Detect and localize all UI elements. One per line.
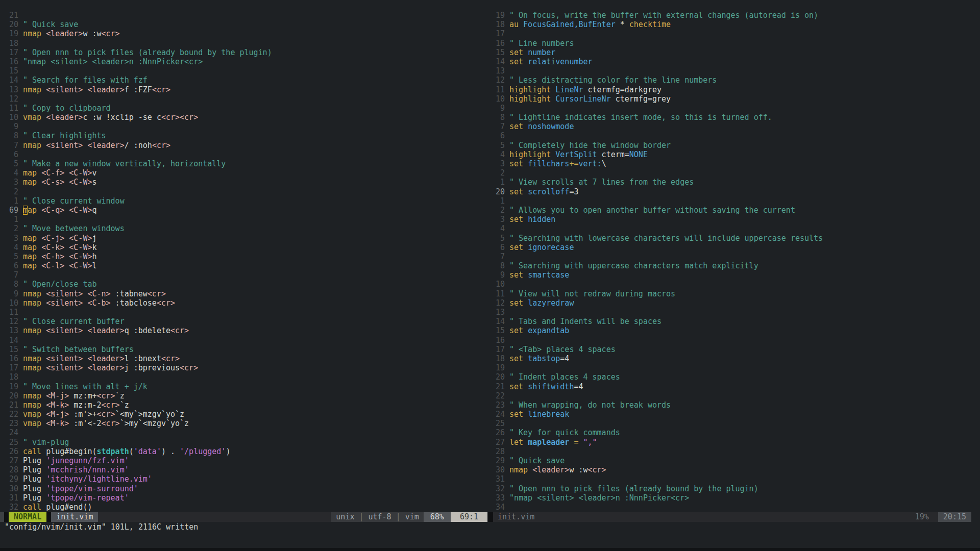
code-line: 4map <C-k> <C-W>k bbox=[5, 243, 487, 252]
code-line: 30Plug 'tpope/vim-surround' bbox=[5, 484, 487, 493]
code-text: set smartcase bbox=[509, 270, 569, 280]
code-text: " Less distracting color for the line nu… bbox=[509, 76, 717, 85]
code-text: map <C-h> <C-W>h bbox=[23, 252, 97, 261]
line-number: 19 bbox=[491, 363, 505, 372]
code-line: 9nmap <silent> <C-n> :tabnew<cr> bbox=[5, 289, 487, 298]
statusline-left-notch bbox=[0, 512, 4, 522]
code-line: 29" Quick save bbox=[491, 456, 975, 465]
line-number: 8 bbox=[5, 280, 18, 289]
code-line: 18 bbox=[5, 372, 487, 382]
code-text: " Open nnn to pick files (already bound … bbox=[509, 484, 758, 493]
code-line: 5" Searching with lowercase characters w… bbox=[491, 234, 975, 243]
code-line: 2" Allows you to open another buffer wit… bbox=[491, 206, 975, 215]
code-text: " Tabs and Indents will be spaces bbox=[509, 317, 662, 326]
line-number: 3 bbox=[5, 234, 18, 243]
code-line: 20nmap <M-j> mz:m+<cr>`z bbox=[5, 391, 487, 400]
line-number: 16 bbox=[491, 336, 505, 345]
line-number: 20 bbox=[491, 372, 505, 382]
line-number: 27 bbox=[5, 456, 18, 465]
line-number: 12 bbox=[5, 94, 18, 104]
scroll-percent-inactive: 19% bbox=[911, 512, 934, 522]
line-number: 24 bbox=[5, 428, 18, 437]
line-number: 14 bbox=[5, 76, 18, 85]
vim-terminal-screen: 2120" Quick save19nmap <leader>w :w<cr>1… bbox=[0, 0, 980, 551]
code-text: nmap <silent> <leader>q :bdelete<cr> bbox=[23, 326, 189, 335]
code-line: 14 bbox=[5, 336, 487, 345]
line-number: 15 bbox=[491, 48, 505, 57]
code-line: 15" Switch between buffers bbox=[5, 345, 487, 354]
current-line-number: 20 bbox=[491, 187, 505, 196]
editor-pane-right[interactable]: 19" On focus, write the buffer with exte… bbox=[491, 11, 975, 512]
code-text: set number bbox=[509, 48, 555, 57]
code-line: 10vmap <leader>c :w !xclip -se c<cr><cr> bbox=[5, 113, 487, 122]
code-line: 11" View will not redraw during macros bbox=[491, 289, 975, 298]
code-line: 29Plug 'itchyny/lightline.vim' bbox=[5, 474, 487, 484]
code-text: nmap <leader>w :w<cr> bbox=[509, 465, 606, 474]
code-line: 20set scrolloff=3 bbox=[491, 187, 975, 196]
code-line: 13nmap <silent> <leader>q :bdelete<cr> bbox=[5, 326, 487, 335]
line-number: 3 bbox=[5, 178, 18, 187]
line-number: 14 bbox=[491, 57, 505, 66]
code-line: 21set shiftwidth=4 bbox=[491, 382, 975, 391]
code-line: 16nmap <silent> <leader>l :bnext<cr> bbox=[5, 354, 487, 363]
editor-pane-left[interactable]: 2120" Quick save19nmap <leader>w :w<cr>1… bbox=[5, 11, 487, 512]
line-number: 8 bbox=[491, 113, 505, 122]
line-number: 1 bbox=[491, 178, 505, 187]
code-line: 3set hidden bbox=[491, 215, 975, 224]
code-text: " When wrapping, do not break words bbox=[509, 400, 671, 410]
line-number: 25 bbox=[491, 419, 505, 428]
line-number: 14 bbox=[491, 317, 505, 326]
code-text: " Switch between buffers bbox=[23, 345, 134, 354]
line-number: 26 bbox=[491, 428, 505, 437]
code-line: 7 bbox=[5, 270, 487, 280]
line-number: 9 bbox=[5, 122, 18, 131]
code-text: " Key for quick commands bbox=[509, 428, 620, 437]
line-number: 18 bbox=[5, 39, 18, 48]
code-line: 21nmap <M-k> mz:m-2<cr>`z bbox=[5, 400, 487, 410]
line-number: 33 bbox=[491, 493, 505, 503]
code-line: 17 bbox=[491, 29, 975, 38]
line-number: 22 bbox=[491, 391, 505, 400]
code-line: 2 bbox=[491, 168, 975, 178]
code-line: 16"nmap <silent> <leader>n :NnnPicker<cr… bbox=[5, 57, 487, 66]
code-text: map <C-q> <C-W>q bbox=[23, 206, 97, 215]
code-line: 27let mapleader = "," bbox=[491, 438, 975, 447]
line-number: 21 bbox=[5, 400, 18, 410]
code-text: nmap <M-j> mz:m+<cr>`z bbox=[23, 391, 125, 400]
code-line: 6set ignorecase bbox=[491, 243, 975, 252]
code-line: 23" When wrapping, do not break words bbox=[491, 400, 975, 410]
code-text: let mapleader = "," bbox=[509, 438, 597, 447]
code-line: 17" <Tab> places 4 spaces bbox=[491, 345, 975, 354]
line-number: 1 bbox=[491, 196, 505, 206]
code-line: 10highlight CursorLineNr ctermfg=grey bbox=[491, 94, 975, 104]
code-line: 5" Make a new window vertically, horizon… bbox=[5, 159, 487, 168]
line-number: 21 bbox=[491, 382, 505, 391]
code-line: 22 bbox=[491, 391, 975, 400]
code-line: 69map <C-q> <C-W>q bbox=[5, 206, 487, 215]
code-line: 5map <C-h> <C-W>h bbox=[5, 252, 487, 261]
statusline-segment-gap bbox=[4, 512, 9, 522]
code-text: map <C-k> <C-W>k bbox=[23, 243, 97, 252]
code-text: au FocusGained,BufEnter * checktime bbox=[509, 20, 671, 29]
code-text: " Close current window bbox=[23, 196, 125, 206]
code-text: set tabstop=4 bbox=[509, 354, 569, 363]
line-number: 26 bbox=[5, 447, 18, 456]
code-text: set noshowmode bbox=[509, 122, 574, 131]
code-line: 6 bbox=[5, 150, 487, 159]
cursor-position-inactive: 20:15 bbox=[938, 512, 971, 522]
code-text: map <C-f> <C-W>v bbox=[23, 168, 97, 178]
code-text: " Completely hide the window border bbox=[509, 141, 671, 150]
code-line: 10 bbox=[491, 280, 975, 289]
code-text: set expandtab bbox=[509, 326, 569, 335]
code-line: 19" Move lines with alt + j/k bbox=[5, 382, 487, 391]
code-line: 23vmap <M-k> :m'<-2<cr>`>my`<mzgv`yo`z bbox=[5, 419, 487, 428]
code-text: " Open nnn to pick files (already bound … bbox=[23, 48, 272, 57]
statusline-segment-gap bbox=[46, 512, 51, 522]
code-text: Plug 'junegunn/fzf.vim' bbox=[23, 456, 129, 465]
code-text: nmap <silent> <leader>/ :noh<cr> bbox=[23, 141, 170, 150]
line-number: 19 bbox=[491, 11, 505, 20]
code-text: set relativenumber bbox=[509, 57, 593, 66]
line-number: 5 bbox=[491, 141, 505, 150]
line-number: 5 bbox=[491, 234, 505, 243]
code-line: 13nmap <silent> <leader>f :FZF<cr> bbox=[5, 85, 487, 94]
